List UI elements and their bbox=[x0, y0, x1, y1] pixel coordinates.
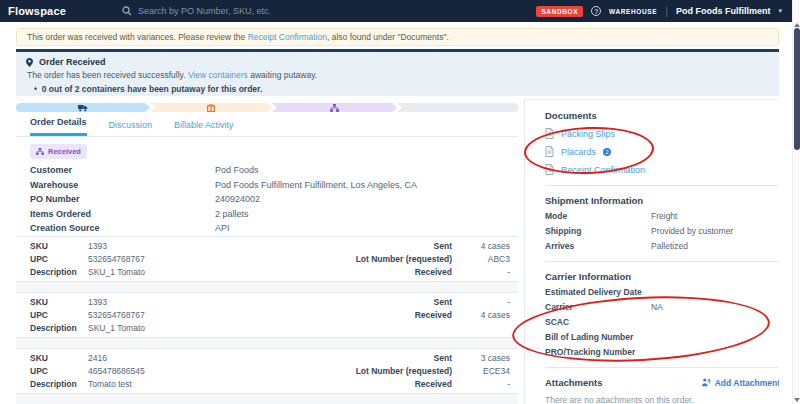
sku-value: 1393 bbox=[88, 241, 288, 251]
metric-value: ECE34 bbox=[452, 366, 510, 376]
stage-stored-segment bbox=[272, 103, 397, 112]
upc-label: UPC bbox=[30, 310, 88, 320]
file-icon bbox=[545, 128, 554, 139]
stage-received-segment bbox=[16, 103, 150, 112]
upload-person-icon bbox=[701, 378, 711, 387]
metric-value: 3 cases bbox=[452, 353, 510, 363]
status-badge-label: Received bbox=[48, 147, 81, 156]
description-label: Description bbox=[30, 323, 88, 333]
flowspace-logo[interactable]: Flowspace bbox=[8, 5, 66, 17]
kv-label: Estimated Delivery Date bbox=[545, 287, 685, 297]
kv-value: Provided by customer bbox=[651, 226, 733, 236]
metric-value: - bbox=[452, 297, 510, 307]
metric-label: Lot Number (requested) bbox=[288, 366, 452, 376]
field-label: Warehouse bbox=[30, 180, 215, 190]
upc-value: 532654768767 bbox=[88, 254, 288, 264]
packing-slips-link[interactable]: Packing Slips bbox=[545, 128, 779, 139]
doc-link-label: Receipt Confirmation bbox=[561, 165, 645, 175]
section-divider bbox=[545, 367, 779, 368]
carrier-row: SCAC bbox=[545, 317, 779, 327]
metric-label: Received bbox=[288, 267, 452, 277]
stage-putaway-segment bbox=[150, 103, 272, 112]
description-value: SKU_1 Tomato bbox=[88, 267, 288, 277]
field-label: Customer bbox=[30, 165, 215, 175]
upc-label: UPC bbox=[30, 366, 88, 376]
view-containers-link[interactable]: View containers bbox=[188, 70, 248, 80]
scrollbar-thumb[interactable] bbox=[794, 28, 800, 150]
search-placeholder: Search by PO Number, SKU, etc. bbox=[138, 6, 271, 16]
line-item-row: SKU1393Sent- UPC532654768767Received4 ca… bbox=[16, 292, 518, 338]
field-row: CustomerPod Foods bbox=[30, 163, 500, 178]
kv-value: Freight bbox=[651, 211, 677, 221]
field-row: Items Ordered2 pallets bbox=[30, 207, 500, 222]
field-value: API bbox=[215, 223, 230, 233]
add-attachment-label: Add Attachment bbox=[715, 378, 779, 388]
alert-text: This order was received with variances. … bbox=[27, 32, 248, 42]
placards-link[interactable]: Placards 2 bbox=[545, 146, 779, 157]
variance-alert-banner: This order was received with variances. … bbox=[16, 28, 779, 46]
field-value: Pod Foods bbox=[215, 165, 259, 175]
description-value: SKU_1 Tomato bbox=[88, 323, 288, 333]
field-row: PO Number240924002 bbox=[30, 192, 500, 207]
metric-value: - bbox=[452, 379, 510, 389]
metric-label: Received bbox=[288, 379, 452, 389]
sku-label: SKU bbox=[30, 353, 88, 363]
doc-link-label: Packing Slips bbox=[561, 129, 615, 139]
bullet-icon: • bbox=[34, 84, 37, 94]
attachments-title: Attachments bbox=[545, 377, 603, 388]
tab-billable-activity[interactable]: Billable Activity bbox=[174, 120, 234, 136]
file-icon bbox=[545, 164, 554, 175]
upc-value: 532654768767 bbox=[88, 310, 288, 320]
tab-order-details[interactable]: Order Details bbox=[30, 117, 87, 136]
description-label: Description bbox=[30, 379, 88, 389]
shipment-info-title: Shipment Information bbox=[545, 195, 779, 206]
kv-value: NA bbox=[651, 302, 663, 312]
kv-label: Arrives bbox=[545, 241, 651, 251]
tab-discussion[interactable]: Discussion bbox=[109, 120, 153, 136]
sku-value: 1393 bbox=[88, 297, 288, 307]
metric-value: 4 cases bbox=[452, 310, 510, 320]
field-label: PO Number bbox=[30, 194, 215, 204]
field-row: Creation SourceAPI bbox=[30, 221, 500, 236]
receipt-confirmation-doc-link[interactable]: Receipt Confirmation bbox=[545, 164, 779, 175]
putaway-status-text: 0 out of 2 containers have been putaway … bbox=[42, 84, 263, 94]
kv-label: Bill of Lading Number bbox=[545, 332, 685, 342]
file-icon bbox=[545, 146, 554, 157]
upc-value: 465478686545 bbox=[88, 366, 288, 376]
vertical-scrollbar[interactable] bbox=[792, 0, 800, 404]
search-input[interactable]: Search by PO Number, SKU, etc. bbox=[122, 6, 271, 16]
scrollbar-down-arrow[interactable] bbox=[794, 398, 800, 402]
alert-text-after: , also found under "Documents". bbox=[327, 32, 449, 42]
pin-icon bbox=[26, 58, 33, 67]
add-attachment-button[interactable]: Add Attachment bbox=[701, 378, 779, 388]
shipment-row: ShippingProvided by customer bbox=[545, 226, 779, 236]
detail-tabs: Order Details Discussion Billable Activi… bbox=[16, 115, 518, 137]
metric-value: - bbox=[452, 267, 510, 277]
account-menu[interactable]: Pod Foods Fulfillment bbox=[676, 6, 771, 16]
kv-label: Carrier bbox=[545, 302, 651, 312]
help-icon[interactable]: ? bbox=[591, 6, 601, 16]
chevron-down-icon[interactable]: ▾ bbox=[778, 7, 782, 15]
order-received-message: The order has been received successfully… bbox=[27, 70, 188, 80]
sitemap-icon bbox=[330, 104, 339, 112]
sandbox-badge: SANDBOX bbox=[536, 6, 583, 17]
field-row: WarehousePod Foods Fulfillment Fulfillme… bbox=[30, 178, 500, 193]
carrier-row: Bill of Lading Number bbox=[545, 332, 779, 342]
metric-value: ABC3 bbox=[452, 254, 510, 264]
carrier-row: Estimated Delivery Date bbox=[545, 287, 779, 297]
scrollbar-up-arrow[interactable] bbox=[794, 23, 800, 27]
sku-label: SKU bbox=[30, 241, 88, 251]
sku-label: SKU bbox=[30, 297, 88, 307]
description-value: Tomato test bbox=[88, 379, 288, 389]
metric-label: Sent bbox=[288, 241, 452, 251]
search-icon bbox=[122, 6, 132, 16]
line-items-list: SKU1393Sent4 cases UPC532654768767Lot Nu… bbox=[16, 236, 518, 404]
documents-title: Documents bbox=[545, 110, 779, 121]
field-value: 2 pallets bbox=[215, 209, 249, 219]
upc-label: UPC bbox=[30, 254, 88, 264]
section-divider bbox=[545, 185, 779, 186]
field-label: Items Ordered bbox=[30, 209, 215, 219]
order-received-title: Order Received bbox=[39, 57, 106, 67]
receipt-confirmation-link[interactable]: Receipt Confirmation bbox=[248, 32, 327, 42]
field-label: Creation Source bbox=[30, 223, 215, 233]
